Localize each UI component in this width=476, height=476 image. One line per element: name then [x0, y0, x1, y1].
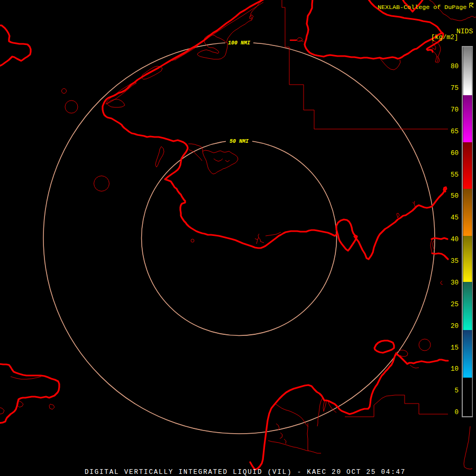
svg-text:NIDS: NIDS — [456, 28, 473, 35]
svg-text:NEXLAB-College of DuPage: NEXLAB-College of DuPage — [378, 4, 466, 11]
svg-text:55: 55 — [451, 171, 459, 179]
svg-text:50: 50 — [451, 193, 459, 200]
svg-text:75: 75 — [451, 85, 459, 92]
svg-text:70: 70 — [451, 106, 459, 114]
svg-text:65: 65 — [451, 128, 459, 135]
svg-text:60: 60 — [451, 150, 459, 157]
svg-text:10: 10 — [451, 365, 459, 373]
svg-text:50 NMI: 50 NMI — [230, 139, 249, 144]
svg-text:15: 15 — [451, 344, 459, 352]
svg-text:5: 5 — [454, 387, 459, 395]
svg-text:45: 45 — [451, 214, 459, 222]
svg-text:40: 40 — [451, 236, 459, 243]
svg-text:100 NMI: 100 NMI — [228, 40, 250, 46]
svg-text:20: 20 — [451, 323, 459, 330]
svg-text:[kg/m2]: [kg/m2] — [431, 34, 458, 41]
svg-text:80: 80 — [451, 63, 459, 70]
svg-text:0: 0 — [454, 409, 459, 416]
svg-text:30: 30 — [451, 279, 459, 287]
svg-text:DIGITAL VERTICALLY INTEGRATED: DIGITAL VERTICALLY INTEGRATED LIQUID (VI… — [85, 469, 406, 476]
svg-text:35: 35 — [451, 258, 459, 265]
svg-text:25: 25 — [451, 301, 459, 308]
